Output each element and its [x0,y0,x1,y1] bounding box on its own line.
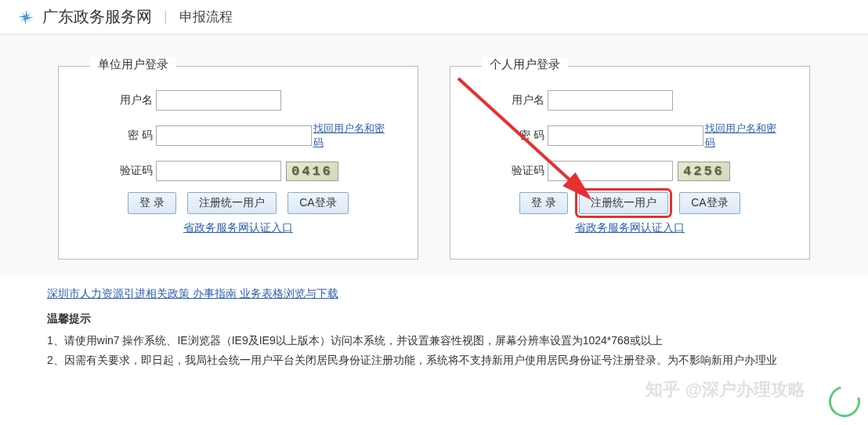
password-label: 密 码 [497,129,544,143]
tip-item-2: 2、因需有关要求，即日起，我局社会统一用户平台关闭居民身份证注册功能，系统将不支… [47,351,821,370]
personal-password-input[interactable] [548,125,703,146]
org-captcha-input[interactable] [156,161,281,181]
tip-item-1: 1、请使用win7 操作系统、IE浏览器（IE9及IE9以上版本）访问本系统，并… [47,331,821,351]
captcha-label: 验证码 [106,164,153,178]
corner-badge-icon [823,380,866,423]
personal-username-input[interactable] [548,90,673,111]
org-login-box: 单位用户登录 用户名 密 码 找回用户名和密码 验证码 0416 登 录 注册统… [58,66,418,260]
org-forgot-link[interactable]: 找回用户名和密码 [313,122,394,150]
personal-box-title: 个人用户登录 [482,57,568,72]
password-label: 密 码 [106,129,153,143]
username-label: 用户名 [106,93,153,107]
org-password-input[interactable] [156,125,312,146]
personal-forgot-link[interactable]: 找回用户名和密码 [705,122,786,150]
org-register-button[interactable]: 注册统一用户 [187,192,277,214]
header-divider: | [164,9,168,25]
personal-captcha-input[interactable] [548,161,673,181]
personal-register-button[interactable]: 注册统一用户 [579,192,668,214]
personal-login-box: 个人用户登录 用户名 密 码 找回用户名和密码 验证码 4256 登 录 注册统… [450,66,810,260]
org-ca-login-button[interactable]: CA登录 [288,192,348,214]
org-box-title: 单位用户登录 [90,57,176,72]
username-label: 用户名 [497,93,544,107]
personal-captcha-image[interactable]: 4256 [678,162,730,181]
personal-ca-login-button[interactable]: CA登录 [679,192,740,214]
personal-login-button[interactable]: 登 录 [519,192,568,214]
org-login-button[interactable]: 登 录 [128,192,176,214]
org-captcha-image[interactable]: 0416 [286,162,338,181]
site-title: 广东政务服务网 [42,6,152,27]
org-username-input[interactable] [156,90,281,111]
policy-links[interactable]: 深圳市人力资源引进相关政策 办事指南 业务表格浏览与下载 [47,287,821,301]
personal-service-link[interactable]: 省政务服务网认证入口 [575,221,685,234]
watermark: 知乎 @深户办理攻略 [646,378,805,401]
org-service-link[interactable]: 省政务服务网认证入口 [183,221,293,234]
page-subtitle: 申报流程 [179,8,233,26]
captcha-label: 验证码 [497,164,544,178]
tips-title: 温馨提示 [47,312,821,326]
logo-icon [16,7,36,27]
